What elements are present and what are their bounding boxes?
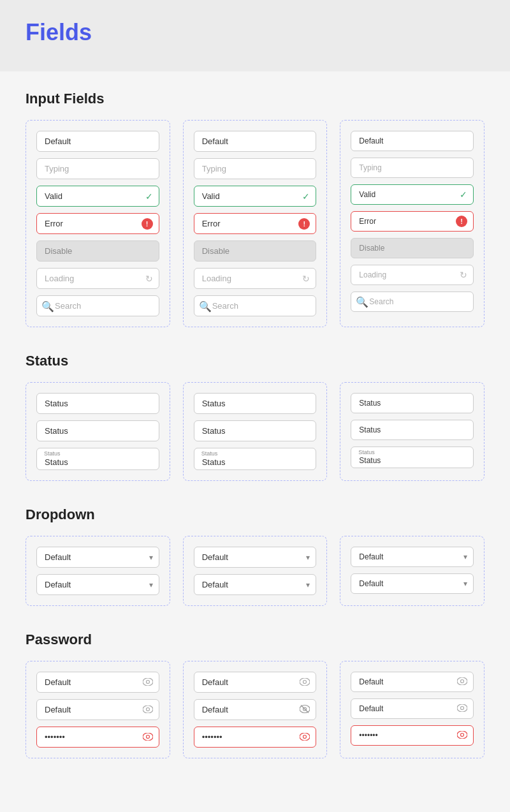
default-input-3[interactable] (351, 131, 474, 151)
status-plain-2a (194, 393, 317, 414)
pw-input-3a[interactable] (351, 672, 474, 692)
status-labeled-3c: Status (351, 447, 474, 468)
error-field-wrap-3: ! (351, 211, 474, 232)
status-plain-3b (351, 420, 474, 440)
search-field-wrap-2: 🔍 (194, 295, 317, 316)
dropdown-wrap-2b: Default ▾ (194, 574, 317, 595)
loading-input-3[interactable] (351, 265, 474, 285)
dropdown-col-3: Default ▾ Default ▾ (340, 536, 484, 606)
status-section: Status Status Status (0, 353, 510, 481)
svg-point-1 (146, 680, 149, 683)
input-fields-section: Input Fields ✓ ! (0, 91, 510, 327)
valid-input-1[interactable] (36, 186, 159, 207)
typing-input-2[interactable] (194, 158, 317, 179)
pw-input-3b[interactable] (351, 698, 474, 719)
status-input-2a[interactable] (194, 393, 317, 414)
valid-input-2[interactable] (194, 186, 317, 207)
pw-wrap-2a (194, 672, 317, 693)
disabled-input-1 (36, 240, 159, 262)
dropdown-select-3a[interactable]: Default (351, 547, 474, 567)
status-input-2b[interactable] (194, 420, 317, 441)
password-columns (26, 661, 484, 758)
dropdown-select-2a[interactable]: Default (194, 547, 317, 568)
loading-icon-3: ↻ (460, 270, 467, 280)
search-input-2[interactable] (194, 295, 317, 316)
typing-field-wrap-3 (351, 158, 474, 178)
eye-icon-3c[interactable] (457, 730, 467, 741)
eye-icon-1c[interactable] (143, 732, 153, 742)
search-icon-1: 🔍 (41, 300, 54, 312)
default-input-1[interactable] (36, 131, 159, 152)
error-field-wrap-1: ! (36, 213, 159, 234)
loading-input-2[interactable] (194, 268, 317, 289)
dropdown-wrap-3a: Default ▾ (351, 547, 474, 567)
typing-field-wrap-2 (194, 158, 317, 179)
svg-point-6 (300, 678, 310, 686)
eye-slash-icon-2b[interactable] (300, 704, 310, 715)
status-input-3a[interactable] (351, 393, 474, 413)
default-field-wrap-3 (351, 131, 474, 151)
pw-input-1b[interactable] (36, 699, 159, 720)
default-input-2[interactable] (194, 131, 317, 152)
typing-input-1[interactable] (36, 158, 159, 179)
svg-point-0 (143, 678, 153, 686)
status-field-label-2c: Status (201, 450, 218, 457)
eye-icon-2a[interactable] (300, 677, 310, 688)
input-fields-title: Input Fields (26, 91, 484, 107)
valid-field-wrap-3: ✓ (351, 184, 474, 205)
pw-input-3c[interactable] (351, 725, 474, 746)
status-input-1b[interactable] (36, 420, 159, 441)
svg-point-18 (461, 734, 464, 737)
status-input-3b[interactable] (351, 420, 474, 440)
loading-icon-2: ↻ (302, 274, 310, 284)
eye-icon-2c[interactable] (300, 732, 310, 742)
pw-input-2c[interactable] (194, 727, 317, 748)
valid-input-3[interactable] (351, 184, 474, 205)
eye-icon-1a[interactable] (143, 677, 153, 688)
status-field-label-1c: Status (44, 450, 61, 457)
search-field-wrap-3: 🔍 (351, 292, 474, 312)
svg-point-15 (457, 704, 467, 712)
valid-check-icon-1: ✓ (145, 191, 153, 202)
dropdown-select-3b[interactable]: Default (351, 573, 474, 594)
eye-icon-3b[interactable] (457, 704, 467, 714)
password-title: Password (26, 631, 484, 648)
valid-field-wrap-2: ✓ (194, 186, 317, 207)
status-title: Status (26, 353, 484, 369)
valid-check-icon-2: ✓ (302, 191, 310, 202)
status-plain-2b (194, 420, 317, 441)
search-input-1[interactable] (36, 295, 159, 316)
input-fields-col-2: ✓ ! ↻ 🔍 (183, 120, 328, 327)
disabled-field-wrap-1 (36, 240, 159, 262)
svg-point-11 (300, 733, 310, 741)
pw-input-1c[interactable] (36, 727, 159, 748)
pw-wrap-3b (351, 698, 474, 719)
pw-wrap-2c (194, 727, 317, 748)
error-icon-3: ! (456, 216, 467, 227)
pw-input-2b[interactable] (194, 699, 317, 720)
status-col-1: Status (26, 382, 170, 481)
eye-icon-1b[interactable] (143, 705, 153, 715)
dropdown-select-2b[interactable]: Default (194, 574, 317, 595)
dropdown-select-1a[interactable]: Default (36, 547, 159, 568)
status-labeled-1c: Status (36, 448, 159, 470)
status-plain-3a (351, 393, 474, 413)
pw-input-1a[interactable] (36, 672, 159, 693)
pw-wrap-2b (194, 699, 317, 720)
status-plain-1a (36, 393, 159, 414)
loading-icon-1: ↻ (145, 274, 153, 284)
loading-input-1[interactable] (36, 268, 159, 289)
eye-icon-3a[interactable] (457, 677, 467, 687)
loading-field-wrap-3: ↻ (351, 265, 474, 285)
typing-input-3[interactable] (351, 158, 474, 178)
password-col-2 (183, 661, 328, 758)
dropdown-wrap-1b: Default ▾ (36, 574, 159, 595)
svg-line-10 (301, 705, 309, 712)
pw-input-2a[interactable] (194, 672, 317, 693)
dropdown-select-1b[interactable]: Default (36, 574, 159, 595)
status-labeled-2c: Status (194, 448, 317, 470)
status-input-1a[interactable] (36, 393, 159, 414)
valid-check-icon-3: ✓ (460, 189, 467, 200)
search-input-3[interactable] (351, 292, 474, 312)
input-fields-col-3: ✓ ! ↻ 🔍 (340, 120, 484, 327)
